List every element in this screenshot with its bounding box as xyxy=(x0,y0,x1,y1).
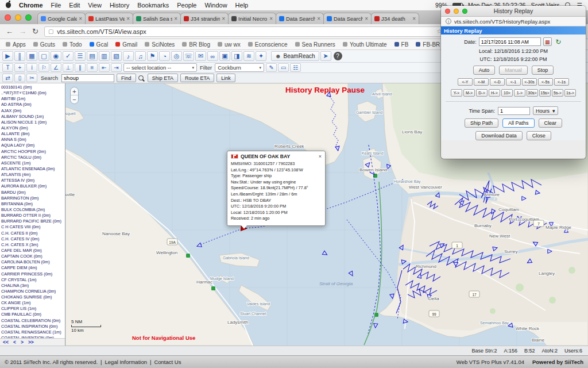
vessel-row[interactable]: ARCTIC HOOPER (0m) xyxy=(1,149,65,155)
vessel-row[interactable]: COASTAL INSPIRATION (0m) xyxy=(1,324,65,329)
ship-eta-button[interactable]: Ship ETA xyxy=(148,74,178,82)
vessel-row[interactable]: CLIPPER LIS (1m) xyxy=(1,306,65,312)
step-back-button[interactable]: <-30s xyxy=(522,78,537,86)
date-input[interactable] xyxy=(479,37,541,46)
vessel-row[interactable]: AQUA LADY (0m) xyxy=(1,143,65,148)
search-input[interactable] xyxy=(61,74,114,82)
range-rings-icon[interactable]: ◎ xyxy=(171,51,182,61)
bookmark-item[interactable]: Econscience xyxy=(248,41,288,48)
vessel-row[interactable]: ATLANTIC ENSENADA (0m) xyxy=(1,166,65,172)
vessel-row[interactable]: CHALINA (3m) xyxy=(1,283,65,289)
menu-app-name[interactable]: Chrome xyxy=(19,2,43,9)
vessel-row[interactable]: AD ASTRA (0m) xyxy=(1,102,65,108)
star-tool-icon[interactable]: ✦ xyxy=(256,51,266,61)
go-last-icon[interactable]: ⇥ xyxy=(111,63,122,72)
pager-button[interactable]: > xyxy=(21,339,24,345)
all-paths-button[interactable]: All Paths xyxy=(502,118,535,128)
loop-icon[interactable]: ∞ xyxy=(207,51,218,61)
beamreach-button[interactable]: ☻ BeamReach xyxy=(271,51,319,61)
bookmark-item[interactable]: FB xyxy=(394,41,409,48)
menu-history[interactable]: History xyxy=(110,2,129,9)
crosshair-icon[interactable]: + xyxy=(14,63,25,72)
bookmark-item[interactable]: FB-BR xyxy=(416,41,440,48)
location-select[interactable]: -- select location -- ▾ xyxy=(123,63,197,72)
step-back-button[interactable]: <-1s xyxy=(554,78,569,86)
browser-tab[interactable]: Google Cale × xyxy=(37,13,86,24)
vessel-row[interactable]: C.H. CATES II (0m) xyxy=(1,231,65,236)
zoom-window-icon[interactable] xyxy=(462,9,467,14)
vessel-row[interactable]: COASTAL CELEBRATION (0m) xyxy=(1,318,65,324)
step-back-button[interactable]: <-M xyxy=(474,78,489,86)
step-back-button[interactable]: <-Y xyxy=(458,78,473,86)
bookmark-item[interactable]: Gmail xyxy=(115,41,137,48)
vessel-row[interactable]: ATLANTIS (4m) xyxy=(1,172,65,178)
vessel-row[interactable]: ABITIBI (1m) xyxy=(1,96,65,102)
pager-button[interactable]: << xyxy=(3,339,9,345)
step-forward-button[interactable]: 1s-> xyxy=(564,89,576,97)
vessel-row[interactable]: CMB PAUILLAC (0m) xyxy=(1,312,65,317)
vessel-row[interactable]: C H CATES VIII (0m) xyxy=(1,224,65,230)
ship-path-button[interactable]: Ship Path xyxy=(465,118,498,128)
browser-tab[interactable]: Salish Sea s × xyxy=(133,13,181,24)
step-back-button[interactable]: <-1 xyxy=(506,78,521,86)
bearing-icon[interactable]: ⊥ xyxy=(63,63,74,72)
vessel-row[interactable]: ..*\R7)7IT+'C1HM0 (0m) xyxy=(1,90,65,96)
url-box[interactable]: ▢ vts.siitech.com/VTS/AView.aspx ☆ xyxy=(44,26,446,37)
bookmark-item[interactable]: uw wx xyxy=(218,41,241,48)
vessel-row[interactable]: ALISON NICOLE 1 (0m) xyxy=(1,120,65,125)
back-icon[interactable]: ← xyxy=(6,27,13,36)
contact-link[interactable]: Contact Us xyxy=(154,359,181,365)
vessel-row[interactable]: CHOKANG SUNRISE (0m) xyxy=(1,294,65,300)
bookmark-item[interactable]: Sea Runners xyxy=(295,41,335,48)
browser-tab[interactable]: Initial Necro × xyxy=(228,13,276,24)
vessel-row[interactable]: ARCTIC TAGLU (0m) xyxy=(1,155,65,160)
select-area-icon[interactable]: ▭ xyxy=(278,63,289,72)
find-button[interactable]: Find xyxy=(117,74,136,82)
bookmark-item[interactable]: Gcal xyxy=(90,41,109,48)
close-tab-icon[interactable]: × xyxy=(222,16,225,22)
browser-tab[interactable]: LastPass Ve × xyxy=(85,13,133,24)
edit-icon[interactable]: ✎ xyxy=(266,63,277,72)
close-tab-icon[interactable]: × xyxy=(317,16,320,22)
check-icon[interactable]: ✓ xyxy=(63,51,74,61)
menu-bookmarks[interactable]: Bookmarks xyxy=(137,2,169,9)
minimize-window-icon[interactable] xyxy=(454,9,459,14)
step-forward-button[interactable]: 30s> xyxy=(527,89,538,97)
close-window-icon[interactable] xyxy=(5,14,11,21)
close-tab-icon[interactable]: × xyxy=(365,16,368,22)
browser-tab[interactable]: J34 death × xyxy=(371,13,419,24)
center-target-icon[interactable]: ◉ xyxy=(51,51,61,61)
auto-button[interactable]: Auto xyxy=(473,66,496,75)
vessel-row[interactable]: CAPTAIN COOK (0m) xyxy=(1,254,65,259)
message-icon[interactable]: ✉ xyxy=(195,51,206,61)
timespan-input[interactable] xyxy=(498,107,530,115)
vessel-row[interactable]: CK ANGIE (1m) xyxy=(1,300,65,306)
flag-outline-icon[interactable]: ⚐ xyxy=(38,63,49,72)
browser-tab[interactable]: Data Search × xyxy=(276,13,324,24)
waves-icon[interactable]: ≋ xyxy=(243,51,254,61)
vessel-row[interactable]: CARPE DIEM (4m) xyxy=(1,265,65,271)
vessel-row[interactable]: BRITANNIA (0m) xyxy=(1,201,65,207)
vessel-row[interactable]: CHAMPION CORNELIA (0m) xyxy=(1,289,65,294)
browser-tab[interactable]: Data Search × xyxy=(323,13,372,24)
menu-help[interactable]: Help xyxy=(235,2,249,9)
step-back-button[interactable]: <-5s xyxy=(538,78,553,86)
vessel-row[interactable]: ASCENTE (1m) xyxy=(1,160,65,166)
filter-select[interactable]: Cockburn ▾ xyxy=(215,63,264,72)
grid-layers-icon[interactable]: ☷ xyxy=(290,63,301,72)
measure-icon[interactable]: ▯ xyxy=(14,74,25,82)
step-forward-button[interactable]: M-> xyxy=(463,89,475,97)
bookmark-item[interactable]: SciNotes xyxy=(145,41,175,48)
vessel-row[interactable]: BULK COLOMBIA (2m) xyxy=(1,207,65,213)
step-forward-button[interactable]: Y-> xyxy=(451,89,462,97)
angle-measure-icon[interactable]: ∠ xyxy=(51,63,61,72)
refresh-icon[interactable]: ↻ xyxy=(554,37,563,46)
layers-list-icon[interactable]: ≡ xyxy=(87,63,98,72)
vessel-row[interactable]: ALKYON (0m) xyxy=(1,125,65,131)
flag-icon[interactable]: ⚑ xyxy=(147,51,158,61)
replay-window-url[interactable]: vts.siitech.com/VTS/HistoryReplay.aspx xyxy=(454,18,550,25)
bookmark-item[interactable]: Youth Ultimate xyxy=(343,41,387,48)
close-tab-icon[interactable]: × xyxy=(126,16,130,22)
vessel-row[interactable]: 003160141 (0m) xyxy=(1,85,65,90)
close-tab-icon[interactable]: × xyxy=(174,16,177,22)
